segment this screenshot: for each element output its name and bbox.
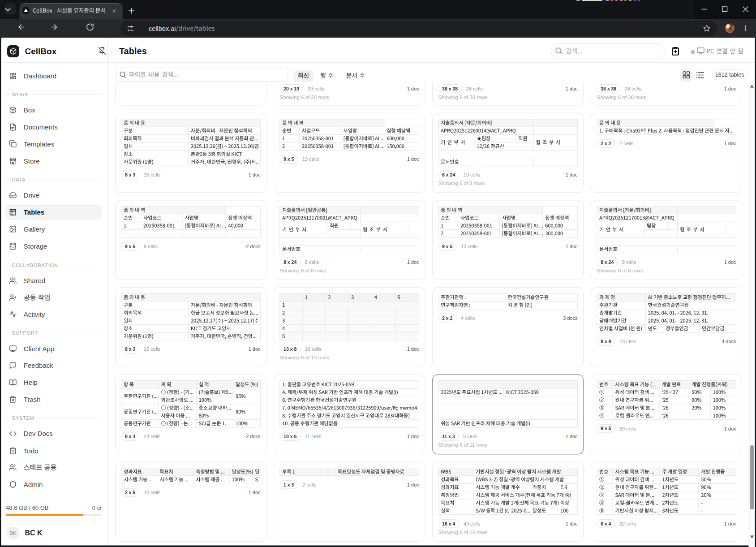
svg-text:9 x 5: 9 x 5 (442, 244, 453, 249)
svg-text:8 cells: 8 cells (622, 259, 636, 265)
svg-text:1 doc: 1 doc (407, 86, 419, 91)
svg-text:8 x 9: 8 x 9 (601, 339, 611, 344)
svg-text:Templates: Templates (24, 140, 54, 148)
svg-text:13 cells: 13 cells (461, 244, 478, 249)
svg-text:5 cells: 5 cells (463, 434, 477, 439)
svg-text:4 docs: 4 docs (722, 339, 736, 344)
svg-text:1 doc: 1 doc (566, 521, 578, 526)
svg-text:Help: Help (24, 379, 38, 386)
svg-text:Showing 6 of 11 rows: Showing 6 of 11 rows (438, 442, 487, 448)
svg-text:Storage: Storage (24, 242, 47, 250)
svg-text:Client App: Client App (24, 345, 54, 353)
svg-text:11 x 3: 11 x 3 (442, 434, 455, 439)
svg-text:8 cells: 8 cells (305, 259, 319, 265)
svg-text:8 x 3: 8 x 3 (125, 346, 136, 352)
svg-text:2 x 2: 2 x 2 (601, 141, 611, 146)
svg-text:1 doc: 1 doc (566, 86, 578, 91)
svg-text:1 doc: 1 doc (407, 434, 419, 439)
svg-text:20 x 19: 20 x 19 (284, 86, 299, 91)
svg-text:Store: Store (24, 157, 40, 165)
svg-text:Feedback: Feedback (24, 362, 53, 369)
svg-text:4 cells: 4 cells (461, 315, 475, 321)
svg-text:13 cells: 13 cells (302, 156, 319, 162)
svg-text:1 doc: 1 doc (407, 482, 419, 487)
svg-text:1 doc: 1 doc (566, 172, 578, 177)
svg-text:9 cells: 9 cells (144, 244, 158, 249)
svg-text:2 x 5: 2 x 5 (125, 490, 136, 495)
svg-text:Trash: Trash (24, 396, 41, 403)
svg-text:13 x 8: 13 x 8 (284, 346, 296, 352)
svg-text:8 x 3: 8 x 3 (125, 172, 136, 177)
svg-text:38 x 38: 38 x 38 (601, 86, 616, 91)
svg-text:8 x 24: 8 x 24 (284, 259, 296, 265)
svg-text:Tables: Tables (24, 208, 44, 216)
svg-text:Dashboard: Dashboard (24, 72, 56, 80)
svg-text:WORK: WORK (12, 92, 29, 97)
svg-text:1612 tables: 1612 tables (715, 72, 744, 78)
svg-text:Showing 6 of 8 rows: Showing 6 of 8 rows (597, 268, 644, 273)
svg-text:1 doc: 1 doc (407, 156, 419, 162)
svg-text:10 x 6: 10 x 6 (284, 434, 296, 439)
svg-text:2 docs: 2 docs (246, 434, 261, 439)
svg-text:8 x 4: 8 x 4 (125, 434, 136, 439)
svg-text:Drive: Drive (24, 191, 39, 199)
svg-text:39 cells: 39 cells (619, 426, 636, 431)
svg-text:9 x 5: 9 x 5 (601, 426, 611, 431)
svg-text:1 x 3: 1 x 3 (284, 482, 294, 487)
svg-text:1 doc: 1 doc (407, 346, 419, 352)
svg-text:Gallery: Gallery (24, 225, 45, 233)
svg-text:2 docs: 2 docs (246, 244, 261, 249)
svg-text:8 x 4: 8 x 4 (601, 521, 611, 526)
svg-text:2 x 2: 2 x 2 (442, 315, 453, 321)
svg-text:Box: Box (24, 106, 35, 114)
svg-text:cellbox.ai: cellbox.ai (149, 25, 176, 32)
svg-text:1 doc: 1 doc (724, 141, 736, 146)
svg-text:Showing 6 of 16 rows: Showing 6 of 16 rows (438, 530, 488, 535)
svg-text:49 cells: 49 cells (464, 521, 481, 526)
svg-text:10 cells: 10 cells (464, 172, 481, 177)
svg-text:Showing 6 of 38 rows: Showing 6 of 38 rows (438, 95, 488, 100)
svg-text:24 cells: 24 cells (144, 434, 161, 439)
svg-text:1 doc: 1 doc (566, 434, 578, 439)
svg-text:1 doc: 1 doc (724, 259, 736, 265)
svg-text:48.6 GB / 60 GB: 48.6 GB / 60 GB (6, 504, 48, 511)
svg-text:32 cells: 32 cells (619, 521, 636, 526)
svg-text:8 x 24: 8 x 24 (442, 172, 455, 177)
svg-text:9 x 5: 9 x 5 (284, 156, 294, 162)
svg-text:1 doc: 1 doc (724, 86, 736, 91)
svg-text:BC K: BC K (25, 529, 43, 537)
svg-text:BK: BK (9, 530, 17, 536)
svg-text:29 cells: 29 cells (308, 86, 325, 91)
svg-text:COLLABORATION: COLLABORATION (12, 263, 58, 268)
svg-text:15 cells: 15 cells (144, 172, 161, 177)
svg-text:1 doc: 1 doc (249, 346, 261, 352)
svg-text:Activity: Activity (24, 310, 45, 318)
svg-text:Showing 6 of 13 rows: Showing 6 of 13 rows (280, 355, 329, 360)
svg-text:Shared: Shared (24, 277, 45, 284)
svg-text:1 doc: 1 doc (724, 521, 736, 526)
svg-text:11 cells: 11 cells (305, 434, 322, 439)
svg-text:Showing 6 of 8 rows: Showing 6 of 8 rows (280, 268, 326, 273)
svg-text:8 x 24: 8 x 24 (601, 259, 614, 265)
svg-text:2 cells: 2 cells (302, 482, 317, 487)
svg-text:19 cells: 19 cells (305, 346, 322, 352)
svg-text:Documents: Documents (24, 123, 58, 131)
svg-text:SUPPORT: SUPPORT (12, 330, 39, 336)
svg-text:CellBox: CellBox (25, 47, 57, 56)
svg-text:10 cells: 10 cells (144, 490, 161, 495)
svg-text:Dev Docs: Dev Docs (24, 430, 53, 437)
svg-text:1 doc: 1 doc (249, 490, 261, 495)
svg-text:Showing 6 of 20 rows: Showing 6 of 20 rows (280, 95, 329, 100)
svg-text:28 cells: 28 cells (625, 86, 642, 91)
svg-text:Tables: Tables (119, 46, 147, 56)
svg-text:1 doc: 1 doc (249, 172, 261, 177)
svg-text:Showing 6 of 8 rows: Showing 6 of 8 rows (438, 181, 485, 186)
svg-text:Showing 6 of 38 rows: Showing 6 of 38 rows (597, 95, 646, 100)
svg-text:1 doc: 1 doc (566, 244, 578, 249)
svg-text:1 doc: 1 doc (407, 259, 419, 265)
svg-text:SYSTEM: SYSTEM (12, 415, 34, 421)
svg-text:Todo: Todo (24, 447, 39, 455)
svg-text:18 cells: 18 cells (619, 339, 636, 344)
svg-text:9 x 5: 9 x 5 (125, 244, 136, 249)
svg-text:1 doc: 1 doc (724, 426, 736, 431)
